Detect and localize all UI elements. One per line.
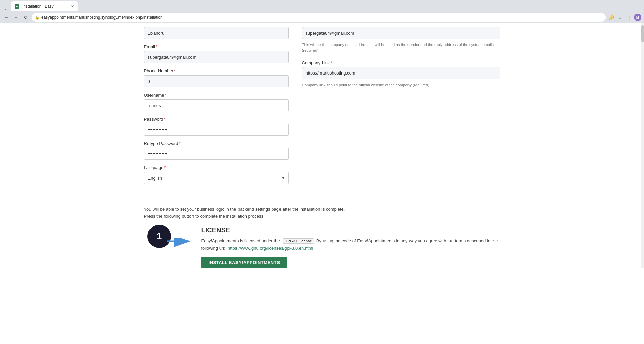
browser-menu-btn[interactable]: ⌄	[3, 6, 8, 11]
phone-required: *	[174, 68, 176, 73]
arrow-icon	[167, 238, 194, 252]
secure-icon: 🔒	[35, 15, 40, 20]
phone-input[interactable]	[144, 75, 289, 87]
menu-dots[interactable]: ⋮	[625, 14, 633, 21]
phone-label: Phone Number*	[144, 68, 289, 73]
bottom-section: You will be able to set your business lo…	[137, 203, 507, 268]
badge-number: 1	[157, 231, 162, 242]
password-label: Password*	[144, 117, 289, 122]
license-link[interactable]: https://www.gnu.org/licenses/gpl-3.0.en.…	[228, 246, 313, 251]
password-icon[interactable]: 🔑	[608, 14, 615, 21]
install-button[interactable]: INSTALL EASY!APPOINTMENTS	[201, 257, 288, 268]
main-form-wrapper: Email* Phone Number* Username*	[137, 23, 507, 203]
retype-password-input[interactable]	[144, 148, 289, 160]
scrollbar-thumb[interactable]	[641, 25, 644, 42]
language-select-wrapper: English Greek German French Spanish ▼	[144, 172, 289, 184]
language-group: Language* English Greek German French Sp…	[144, 165, 289, 184]
license-text: Easy!Appointments is licensed under the …	[201, 237, 500, 252]
language-required: *	[164, 165, 166, 170]
username-group: Username*	[144, 93, 289, 111]
tab-close-btn[interactable]: ✕	[71, 4, 74, 9]
company-link-info: Company link should point to the officia…	[302, 82, 500, 88]
retype-required: *	[179, 141, 180, 146]
company-email-input[interactable]	[302, 27, 500, 39]
username-label: Username*	[144, 93, 289, 98]
scrollbar[interactable]	[641, 23, 644, 268]
license-section: 1 LICENSE	[201, 226, 500, 268]
right-column: This will be the company email address. …	[302, 27, 500, 189]
tab-title: Installation | Easy	[22, 4, 54, 9]
language-label: Language*	[144, 165, 289, 170]
password-group: Password*	[144, 117, 289, 136]
company-link-group: Company Link* Company link should point …	[302, 60, 500, 88]
email-group: Email*	[144, 44, 289, 63]
company-email-info: This will be the company email address. …	[302, 42, 500, 54]
tab-bar: ⌄ E Installation | Easy ✕	[0, 0, 644, 11]
badge-arrow-container: 1	[147, 225, 171, 248]
active-tab[interactable]: E Installation | Easy ✕	[11, 1, 78, 11]
password-required: *	[164, 117, 166, 122]
page-content: Email* Phone Number* Username*	[0, 23, 644, 344]
company-email-group: This will be the company email address. …	[302, 27, 500, 54]
back-button[interactable]: ←	[3, 13, 11, 21]
forward-button[interactable]: →	[12, 13, 20, 21]
company-link-input[interactable]	[302, 67, 500, 79]
install-note: You will be able to set your business lo…	[144, 206, 500, 220]
bookmark-icon[interactable]: ☆	[616, 14, 624, 21]
retype-password-group: Retype Password*	[144, 141, 289, 160]
email-input[interactable]	[144, 51, 289, 63]
password-input[interactable]	[144, 124, 289, 136]
address-bar: ← → ↻ 🔒 easyappointments.mariushosting.s…	[0, 11, 644, 23]
nav-controls: ← → ↻	[3, 13, 30, 21]
gpl-badge: GPL-3.0 license	[283, 238, 314, 244]
language-select[interactable]: English Greek German French Spanish	[144, 172, 289, 184]
left-column: Email* Phone Number* Username*	[144, 27, 289, 189]
company-link-required: *	[331, 60, 332, 65]
username-input[interactable]	[144, 99, 289, 111]
browser-chrome: ⌄ E Installation | Easy ✕ ← → ↻ 🔒 easyap…	[0, 0, 644, 23]
license-text-before: Easy!Appointments is licensed under the	[201, 238, 280, 243]
username-required: *	[165, 93, 166, 98]
browser-right-icons: 🔑 ☆ ⋮ M	[608, 14, 641, 21]
retype-password-label: Retype Password*	[144, 141, 289, 146]
reload-button[interactable]: ↻	[22, 13, 30, 21]
email-required: *	[156, 44, 157, 49]
address-input[interactable]: 🔒 easyappointments.mariushosting.synolog…	[32, 13, 606, 22]
lastname-input[interactable]	[144, 27, 289, 39]
phone-group: Phone Number*	[144, 68, 289, 87]
url-text: easyappointments.mariushosting.synology.…	[41, 15, 163, 20]
company-link-label: Company Link*	[302, 60, 500, 65]
profile-icon[interactable]: M	[634, 14, 641, 21]
tab-favicon: E	[15, 4, 19, 9]
license-title: LICENSE	[201, 226, 500, 234]
email-label: Email*	[144, 44, 289, 49]
lastname-group	[144, 27, 289, 39]
